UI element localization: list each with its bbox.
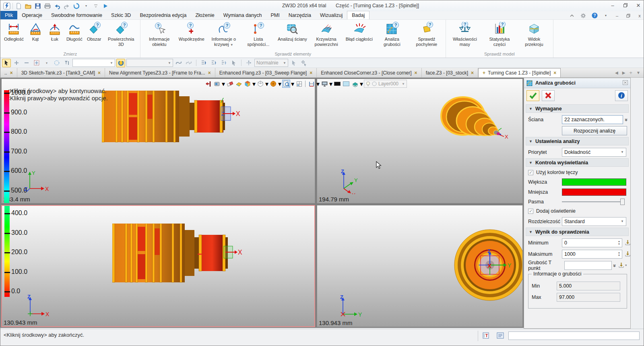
pick-value-icon[interactable]	[625, 240, 631, 246]
display-monitor-dropdown-icon[interactable]: ▾	[329, 80, 332, 88]
print-icon[interactable]	[43, 2, 52, 10]
rozdzielczosc-combobox[interactable]: Standard▼	[562, 217, 626, 226]
tab-bezpo-rednia-edycja[interactable]: Bezpośrednia edycja	[135, 11, 191, 19]
spindle-front-view-model[interactable]: Z Y X	[450, 225, 523, 305]
ribbon-button-krzywizna-powierzchni[interactable]: Krzywizna powierzchni	[309, 21, 344, 48]
bands-slider-handle[interactable]	[620, 199, 625, 205]
grubosc-input[interactable]	[564, 261, 612, 270]
tab-wymiana-danych[interactable]: Wymiana danych	[219, 11, 266, 19]
filter-combobox[interactable]: ▼	[72, 59, 115, 67]
rainbow-colors-checkbox[interactable]: ✓	[528, 170, 533, 175]
add-entity-icon[interactable]	[12, 59, 21, 67]
render-settings-dropdown-icon[interactable]: ▾	[222, 80, 225, 88]
panel-dock-close-icon[interactable]	[623, 80, 628, 86]
settings-gear-icon[interactable]	[580, 12, 586, 19]
document-tab-0[interactable]: ..×	[0, 68, 17, 77]
close-tab-icon[interactable]: ×	[208, 70, 211, 76]
play-icon[interactable]	[101, 2, 109, 10]
scroll-tabs-left-icon[interactable]: ◀	[615, 70, 618, 75]
toolbox-icon[interactable]: T	[482, 331, 490, 340]
dimension-display-icon[interactable]	[308, 80, 316, 88]
zoom-document-icon[interactable]	[282, 80, 290, 88]
lasso-icon[interactable]	[52, 59, 61, 67]
ribbon-button-k-t[interactable]: Kąt	[26, 21, 45, 43]
render-settings-icon[interactable]	[213, 80, 221, 88]
ribbon-button-informacje-o-krzywej[interactable]: ?Informacje o krzywej ▼	[206, 21, 241, 48]
tab-list-dropdown-icon[interactable]: ▼	[636, 70, 640, 75]
view-wheel-dropdown-icon[interactable]: ▾	[278, 80, 281, 88]
display-mode-combobox[interactable]: Normalnie▼	[254, 59, 288, 67]
expand-chevron-icon[interactable]: »	[612, 264, 618, 266]
link-manager-icon[interactable]	[174, 59, 183, 67]
info-button[interactable]: i	[615, 90, 628, 101]
ribbon-button-widok-przekroju[interactable]: Widok przekroju	[517, 21, 551, 48]
close-doc-icon[interactable]: x	[636, 12, 643, 19]
pick-filter-icon[interactable]	[2, 59, 11, 67]
wireframe-cube-dropdown-icon[interactable]: ▾	[265, 80, 268, 88]
pick-region-icon[interactable]	[32, 59, 41, 67]
ribbon-button-analizuj-ciany[interactable]: Analizuj ściany	[276, 21, 309, 43]
tab-szkic-3d[interactable]: Szkic 3D	[107, 11, 135, 19]
align-stack-2-icon[interactable]	[209, 59, 218, 67]
foreground-color-swatch[interactable]	[333, 80, 341, 88]
status-input-field[interactable]	[508, 331, 640, 340]
split-window-icon[interactable]	[295, 80, 303, 88]
color-cube-dropdown-icon[interactable]: ▾	[252, 80, 256, 88]
background-color-swatch[interactable]	[342, 80, 350, 88]
minimum-input[interactable]	[562, 238, 622, 247]
new-document-icon[interactable]	[14, 2, 23, 10]
spindle-side-view-model[interactable]: Z X	[102, 91, 241, 143]
viewport-top-left[interactable]: <Kliknij środkowy> aby kontynuować. <Kli…	[1, 79, 315, 203]
collapse-ribbon-icon[interactable]	[569, 12, 575, 19]
help-dropdown-icon[interactable]: ▾	[603, 12, 609, 19]
dimension-dropdown-icon[interactable]: ▾	[316, 80, 320, 88]
close-tab-icon[interactable]: ×	[471, 70, 474, 76]
tab-swobodne-formowanie[interactable]: Swobodne formowanie	[47, 11, 107, 19]
history-combobox[interactable]: ▼	[126, 59, 173, 67]
tab-narz-dzia[interactable]: Narzędzia	[284, 11, 316, 19]
document-tab-5[interactable]: face.Z3 - [03_stock]×	[422, 68, 478, 77]
filter-column-icon[interactable]	[62, 59, 71, 67]
bands-slider[interactable]	[562, 199, 625, 205]
shade-mode-icon[interactable]	[235, 80, 243, 88]
ribbon-button-b-d-ci-g-o-ci[interactable]: Błąd ciągłości	[344, 21, 375, 43]
spindle-isometric-model[interactable]: X	[438, 96, 522, 152]
ribbon-button-odleg-o[interactable]: Odległość	[2, 21, 26, 43]
ribbon-button-wsp-rz-dne[interactable]: ?Współrzędne	[177, 21, 206, 43]
pick-settings-icon[interactable]	[299, 59, 308, 67]
greater-color-swatch[interactable]	[562, 178, 626, 186]
layer-combobox[interactable]: Layer000 ▼	[364, 80, 407, 88]
remove-entity-icon[interactable]	[22, 59, 31, 67]
align-stack-1-icon[interactable]	[199, 59, 208, 67]
regen-icon[interactable]	[72, 2, 80, 10]
section-wymagane[interactable]: ▼Wymagane	[526, 104, 629, 113]
ribbon-button-statystyka-cz-ci[interactable]: ?Statystyka części	[482, 21, 517, 48]
pick-target-icon[interactable]	[289, 59, 298, 67]
maksimum-input[interactable]	[562, 250, 622, 259]
restore-button[interactable]	[621, 2, 630, 9]
document-tab-2[interactable]: New Alignment TypesZ3.z3 - [Frame to Fra…	[105, 68, 215, 77]
ribbon-button-informacje-obiektu[interactable]: ?Informacje obiektu	[142, 21, 177, 48]
new-tab-icon[interactable]: +	[630, 70, 633, 76]
section-ustawienia-analizy[interactable]: ▼Ustawienia analizy	[526, 137, 629, 145]
lighting-checkbox[interactable]: ✓	[528, 209, 533, 214]
minimize-button[interactable]: –	[608, 2, 617, 9]
ribbon-button-uk[interactable]: Łuk	[45, 21, 64, 43]
minimize-doc-icon[interactable]: –	[614, 12, 620, 19]
unlink-icon[interactable]	[184, 59, 193, 67]
sciana-input[interactable]	[562, 115, 623, 124]
document-tab-1[interactable]: 3D Sketch-Tank.z3 - [Tank3_CAM]×	[17, 68, 105, 77]
reference-axis-icon[interactable]	[244, 59, 253, 67]
close-tab-icon[interactable]: ×	[10, 70, 13, 76]
history-regen-icon[interactable]	[116, 59, 125, 67]
priorytet-combobox[interactable]: Dokładność▼	[562, 148, 626, 157]
layers-dropdown-icon[interactable]: ▾	[360, 80, 363, 88]
close-tab-icon[interactable]: ×	[310, 70, 312, 76]
select-cursor-icon[interactable]	[229, 59, 238, 67]
view-wheel-icon[interactable]	[269, 80, 277, 88]
dropdown-caret-icon[interactable]: ▼	[230, 43, 233, 47]
ribbon-button-obszar[interactable]: ?Obszar	[85, 21, 104, 43]
restore-doc-icon[interactable]	[625, 12, 632, 19]
ribbon-button-d-ugo[interactable]: Długość	[64, 21, 85, 43]
undo-icon[interactable]	[53, 2, 61, 10]
